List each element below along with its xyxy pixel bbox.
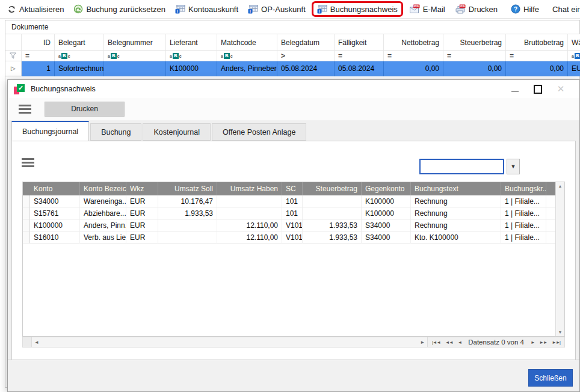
journal-cell[interactable]: 12.110,00 [217, 219, 282, 231]
journal-column-header[interactable]: Konto [30, 182, 80, 195]
journal-column-header[interactable]: Konto Bezeic... [80, 182, 126, 195]
journal-cell[interactable]: 1 | Filiale... [501, 219, 546, 231]
doc-column-header[interactable]: Wäh [568, 34, 580, 51]
journal-cell[interactable]: Rechnung [411, 195, 501, 207]
journal-column-header[interactable]: Umsatz Soll [158, 182, 217, 195]
doc-filter-funnel[interactable] [5, 51, 22, 61]
doc-cell[interactable]: 1 [22, 61, 55, 76]
journal-cell[interactable] [158, 219, 217, 231]
tab-buchung[interactable]: Buchung [90, 123, 141, 141]
doc-column-header[interactable]: ID [22, 34, 55, 51]
print-button[interactable]: PDF Drucken [450, 2, 502, 16]
doc-filter-text[interactable]: aBc [104, 51, 166, 61]
search-dropdown-button[interactable]: ▼ [507, 159, 520, 174]
nav-first-button[interactable]: |◄◄ [430, 340, 442, 345]
doc-cell[interactable]: 05.08.2024 [277, 61, 335, 76]
journal-cell[interactable] [303, 195, 362, 207]
scroll-up-icon[interactable]: ▲ [558, 184, 563, 188]
journal-cell[interactable]: S34000 [362, 219, 411, 231]
menu-hamburger-icon[interactable] [19, 105, 31, 114]
scroll-left-icon[interactable]: ◄ [32, 340, 42, 345]
journal-column-header[interactable]: Buchungstext [411, 182, 501, 195]
journal-cell[interactable]: 12.110,00 [217, 231, 282, 243]
journal-cell[interactable]: S16010 [30, 231, 80, 243]
horizontal-scrollbar[interactable]: ◄ ► |◄◄ ◄◄ ◄ Datensatz 0 von 4 ► ►► ►►| [22, 337, 565, 348]
journal-cell[interactable]: Verb. aus Lie... [80, 231, 126, 243]
journal-cell[interactable]: 1 | Filiale... [501, 207, 546, 219]
doc-column-header[interactable]: Fälligkeit [335, 34, 384, 51]
doc-cell[interactable]: 0,00 [443, 61, 506, 76]
journal-cell[interactable]: Abziehbare... [80, 207, 126, 219]
doc-cell[interactable]: 0,00 [506, 61, 568, 76]
journal-row-indicator[interactable] [23, 207, 30, 219]
doc-filter-equals[interactable]: = [335, 51, 384, 61]
journal-cell[interactable]: K100000 [362, 195, 411, 207]
doc-filter-text[interactable]: aBc [166, 51, 217, 61]
tab-kostenjournal[interactable]: Kostenjournal [143, 123, 210, 141]
journal-row-indicator[interactable] [23, 195, 30, 207]
doc-filter-equals[interactable]: = [506, 51, 568, 61]
doc-filter-equals[interactable]: = [384, 51, 443, 61]
journal-cell[interactable]: 1 | Filiale... [501, 231, 546, 243]
journal-cell[interactable]: EUR [126, 219, 158, 231]
doc-column-header[interactable]: Matchcode [217, 34, 277, 51]
journal-column-header[interactable]: Buchungskr... [501, 182, 546, 195]
journal-cell[interactable]: 101 [282, 207, 303, 219]
doc-cell[interactable]: 0,00 [384, 61, 443, 76]
search-input[interactable] [419, 159, 504, 174]
doc-filter-greater[interactable]: > [277, 51, 335, 61]
doc-filter-text[interactable]: aBc [217, 51, 277, 61]
maximize-button[interactable] [534, 85, 542, 93]
tab-offene-posten-anlage[interactable]: Offene Posten Anlage [212, 123, 306, 141]
doc-filter-equals[interactable]: = [443, 51, 506, 61]
op-statement-button[interactable]: i OP-Auskunft [243, 2, 310, 16]
journal-cell[interactable]: Anders, Pinn... [80, 219, 126, 231]
journal-row-indicator[interactable] [23, 231, 30, 243]
doc-column-header[interactable]: Steuerbetrag [443, 34, 506, 51]
doc-cell[interactable]: 05.08.2024 [335, 61, 384, 76]
journal-cell[interactable]: S34000 [362, 231, 411, 243]
journal-cell[interactable]: Kto. K100000 [411, 231, 501, 243]
grid-hamburger-icon[interactable] [22, 158, 34, 167]
account-statement-button[interactable]: i Kontoauskunft [170, 2, 243, 16]
journal-cell[interactable]: 1 | Filiale... [501, 195, 546, 207]
booking-proof-button[interactable]: i Buchungsnachweis [317, 4, 398, 14]
journal-cell[interactable]: EUR [126, 231, 158, 243]
nav-prev-page-button[interactable]: ◄◄ [443, 340, 455, 345]
doc-cell[interactable]: Anders, Pinneberg [217, 61, 277, 76]
journal-column-header[interactable]: SC [282, 182, 303, 195]
journal-cell[interactable]: Rechnung [411, 207, 501, 219]
journal-cell[interactable]: Rechnung [411, 219, 501, 231]
journal-row-indicator[interactable] [23, 219, 30, 231]
journal-cell[interactable]: K100000 [362, 207, 411, 219]
journal-cell[interactable] [158, 231, 217, 243]
doc-column-header[interactable]: Lieferant [166, 34, 217, 51]
doc-column-header[interactable]: Nettobetrag [384, 34, 443, 51]
doc-column-header[interactable]: Belegnummer [104, 34, 166, 51]
scroll-right-icon[interactable]: ► [418, 340, 427, 345]
journal-cell[interactable]: K100000 [30, 219, 80, 231]
journal-cell[interactable]: S34000 [30, 195, 80, 207]
journal-column-header[interactable]: Gegenkonto [362, 182, 411, 195]
journal-cell[interactable]: 1.933,53 [303, 219, 362, 231]
refresh-button[interactable]: Aktualisieren [2, 3, 69, 16]
close-window-button[interactable]: ✕ [557, 85, 565, 93]
nav-prev-button[interactable]: ◄ [456, 340, 463, 345]
doc-column-header[interactable]: Belegart [55, 34, 104, 51]
journal-cell[interactable]: EUR [126, 195, 158, 207]
journal-cell[interactable]: V101 [282, 219, 303, 231]
email-button[interactable]: PDF E-Mail [404, 2, 450, 16]
journal-cell[interactable]: 101 [282, 195, 303, 207]
doc-filter-text-blue[interactable]: aBc [568, 51, 580, 61]
reset-booking-button[interactable]: Buchung zurücksetzen [69, 2, 170, 16]
journal-cell[interactable] [217, 207, 282, 219]
journal-column-header[interactable]: Steuerbetrag [303, 182, 362, 195]
doc-cell[interactable]: Sofortrechnung [55, 61, 104, 76]
help-button[interactable]: ? Hilfe [506, 2, 544, 16]
journal-column-header[interactable]: Umsatz Haben [217, 182, 282, 195]
journal-cell[interactable]: 10.176,47 [158, 195, 217, 207]
journal-cell[interactable]: S15761 [30, 207, 80, 219]
doc-filter-equals[interactable]: = [22, 51, 55, 61]
close-dialog-button[interactable]: Schließen [528, 369, 573, 387]
nav-last-button[interactable]: ►►| [550, 340, 562, 345]
